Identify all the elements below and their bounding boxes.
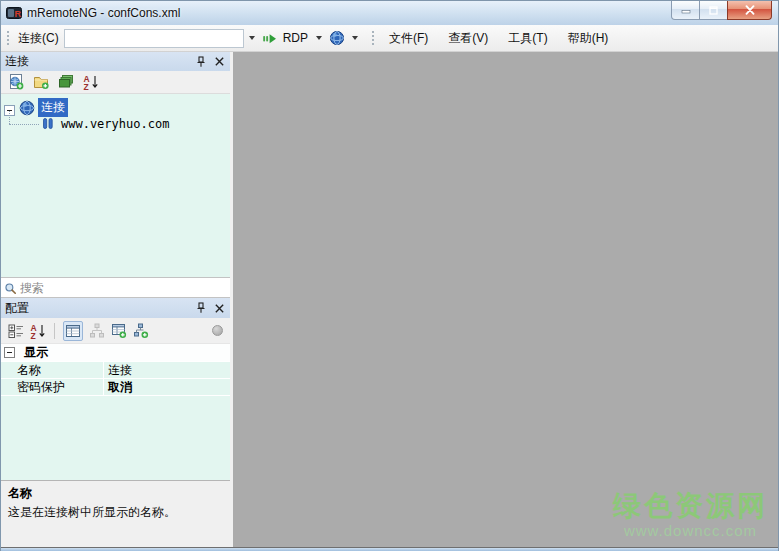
inheritance-icon[interactable]: [89, 323, 105, 339]
close-button[interactable]: [727, 1, 772, 20]
tree-line-vertical: [9, 111, 10, 124]
connection-node-icon: [41, 116, 55, 131]
search-box[interactable]: [1, 277, 230, 298]
row-indent: [1, 362, 17, 378]
connections-panel-header: 连接: [1, 52, 230, 71]
app-window: R mRemoteNG - confCons.xml 连接(C) RDP: [0, 0, 779, 551]
property-label: 名称: [17, 362, 103, 379]
maximize-icon: [708, 5, 719, 16]
pin-icon[interactable]: [194, 55, 208, 69]
window-controls: [671, 1, 772, 20]
toolbar-separator: [54, 323, 55, 339]
status-ball-icon: [212, 325, 223, 336]
close-panel-icon[interactable]: [212, 301, 226, 315]
config-panel-title: 配置: [5, 300, 190, 317]
tree-row-root[interactable]: 连接: [4, 98, 68, 117]
quick-connect-dropdown-arrow[interactable]: [249, 36, 255, 40]
duplicate-connection-icon[interactable]: [58, 74, 74, 90]
category-collapse-icon[interactable]: [4, 347, 15, 358]
sort-az-icon[interactable]: AZ: [30, 323, 46, 339]
quick-connect-label: 连接(C): [18, 30, 59, 47]
maximize-button[interactable]: [700, 1, 727, 20]
window-title: mRemoteNG - confCons.xml: [27, 6, 180, 20]
connections-tree: 连接 www.veryhuo.com: [1, 93, 230, 277]
watermark-url: www.downcc.com: [613, 522, 768, 539]
pin-icon[interactable]: [194, 301, 208, 315]
property-description: 名称 这是在连接树中所显示的名称。: [1, 480, 230, 547]
menu-view[interactable]: 查看(V): [438, 25, 498, 52]
property-category-label: 显示: [24, 344, 48, 361]
menu-file[interactable]: 文件(F): [379, 25, 438, 52]
property-row-name[interactable]: 名称 连接: [1, 362, 230, 379]
menubar-grip[interactable]: [371, 30, 376, 47]
minimize-button[interactable]: [671, 1, 700, 20]
row-indent: [1, 379, 17, 395]
search-input[interactable]: [20, 281, 227, 295]
quick-connect-input[interactable]: [64, 29, 244, 48]
svg-text:Z: Z: [31, 330, 36, 339]
property-category-row[interactable]: 显示: [1, 344, 230, 362]
tree-line-horizontal: [9, 124, 39, 125]
watermark: 绿色资源网 www.downcc.com: [613, 491, 768, 539]
connections-toolbar: AZ: [1, 71, 230, 93]
sort-az-icon[interactable]: AZ: [83, 74, 99, 90]
tree-node-child-label[interactable]: www.veryhuo.com: [61, 117, 169, 131]
title-bar: R mRemoteNG - confCons.xml: [1, 0, 778, 25]
main-canvas: 绿色资源网 www.downcc.com: [233, 52, 778, 547]
new-folder-icon[interactable]: [33, 74, 49, 90]
tree-node-root-label[interactable]: 连接: [38, 98, 68, 117]
app-icon: R: [6, 5, 22, 21]
svg-text:R: R: [15, 9, 22, 19]
root-globe-icon: [19, 100, 35, 116]
content-area: 连接 AZ: [1, 52, 778, 547]
property-value[interactable]: 取消: [103, 379, 230, 395]
quick-connect-icon[interactable]: [262, 30, 278, 46]
property-grid: 显示 名称 连接 密码保护 取消: [1, 343, 230, 480]
properties-add-icon[interactable]: [111, 323, 127, 339]
close-panel-icon[interactable]: [212, 55, 226, 69]
main-toolbar: 连接(C) RDP 文件(F) 查看(V) 工具(T) 帮助(H): [1, 25, 778, 52]
categorized-view-icon[interactable]: [8, 323, 24, 339]
property-value[interactable]: 连接: [103, 362, 230, 378]
config-panel-header: 配置: [1, 298, 230, 318]
property-description-text: 这是在连接树中所显示的名称。: [8, 504, 223, 520]
minimize-icon: [681, 5, 691, 15]
search-icon: [4, 281, 17, 294]
globe-icon[interactable]: [329, 30, 345, 46]
menu-help[interactable]: 帮助(H): [558, 25, 619, 52]
inheritance-add-icon[interactable]: [133, 323, 149, 339]
tree-row-child[interactable]: www.veryhuo.com: [41, 116, 169, 131]
svg-text:Z: Z: [84, 82, 89, 91]
globe-dropdown-arrow[interactable]: [352, 36, 358, 40]
protocol-dropdown-arrow[interactable]: [316, 36, 322, 40]
config-toolbar: AZ: [1, 318, 230, 343]
connections-panel-title: 连接: [5, 53, 190, 70]
close-icon: [744, 5, 756, 15]
property-description-title: 名称: [8, 485, 223, 502]
watermark-title: 绿色资源网: [613, 491, 768, 522]
left-dock-panel: 连接 AZ: [1, 52, 230, 547]
property-label: 密码保护: [17, 379, 103, 396]
protocol-selector[interactable]: RDP: [283, 31, 308, 45]
toolbar-grip[interactable]: [6, 30, 11, 47]
properties-icon: [65, 323, 81, 339]
menu-tools[interactable]: 工具(T): [498, 25, 557, 52]
property-row-password[interactable]: 密码保护 取消: [1, 379, 230, 396]
new-connection-icon[interactable]: [8, 74, 24, 90]
properties-view-button[interactable]: [63, 321, 83, 341]
